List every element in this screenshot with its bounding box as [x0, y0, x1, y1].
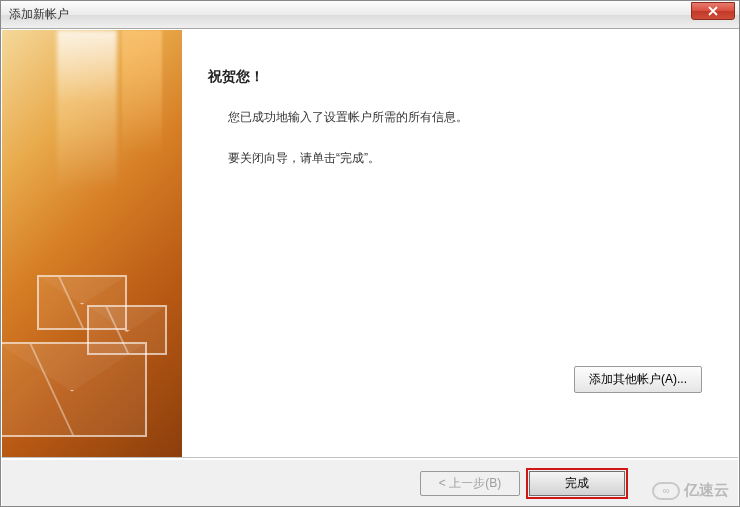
titlebar-controls — [691, 1, 739, 28]
wizard-side-graphic — [2, 30, 182, 457]
envelope-icon — [2, 342, 147, 437]
close-button[interactable] — [691, 2, 735, 20]
window-title: 添加新帐户 — [9, 6, 69, 23]
wizard-button-bar: < 上一步(B) 完成 — [2, 460, 738, 506]
add-other-account-button[interactable]: 添加其他帐户(A)... — [574, 366, 702, 393]
dialog-window: 添加新帐户 祝贺您！ 您已成功地输入了设置帐户所需的所有信息。 要关闭向导，请单… — [0, 0, 740, 507]
wizard-main-panel: 祝贺您！ 您已成功地输入了设置帐户所需的所有信息。 要关闭向导，请单击“完成”。… — [182, 30, 738, 457]
back-button: < 上一步(B) — [420, 471, 520, 496]
titlebar: 添加新帐户 — [1, 1, 739, 29]
info-line-2: 要关闭向导，请单击“完成”。 — [228, 149, 708, 168]
info-line-1: 您已成功地输入了设置帐户所需的所有信息。 — [228, 108, 708, 127]
content-area: 祝贺您！ 您已成功地输入了设置帐户所需的所有信息。 要关闭向导，请单击“完成”。… — [2, 30, 738, 458]
finish-highlight: 完成 — [526, 468, 628, 499]
finish-button[interactable]: 完成 — [529, 471, 625, 496]
close-icon — [707, 6, 719, 16]
congratulations-heading: 祝贺您！ — [208, 68, 708, 86]
